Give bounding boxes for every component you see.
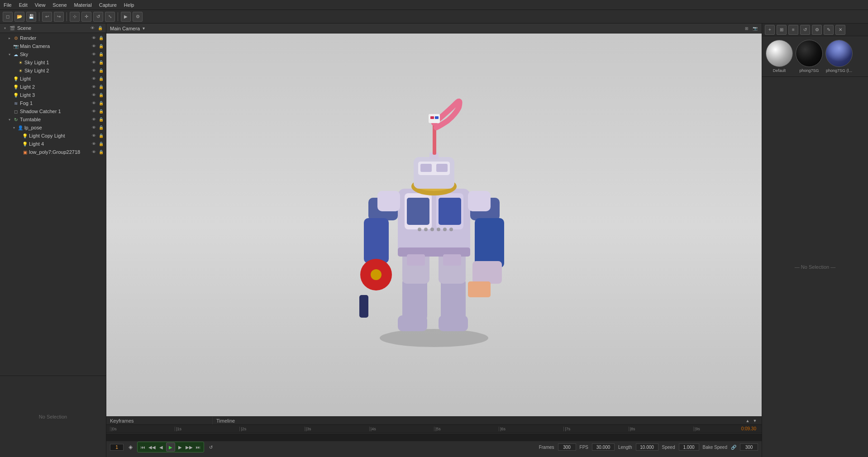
viewport-grid-icon[interactable]: ⊞ bbox=[744, 25, 750, 32]
menu-material[interactable]: Material bbox=[74, 2, 92, 8]
lock-render[interactable]: 🔒 bbox=[98, 35, 104, 41]
go-end-btn[interactable]: ⏭ bbox=[194, 443, 202, 451]
icon-light-1: 💡 bbox=[13, 76, 19, 82]
lock-shadow[interactable]: 🔒 bbox=[98, 108, 104, 114]
svg-rect-10 bbox=[407, 198, 429, 225]
toolbar-select[interactable]: ⊹ bbox=[70, 12, 80, 22]
menu-capture[interactable]: Capture bbox=[99, 2, 117, 8]
eye-sky-l1[interactable]: 👁 bbox=[91, 59, 97, 66]
play-btn[interactable]: ▶ bbox=[166, 443, 175, 452]
speed-input[interactable] bbox=[679, 443, 699, 451]
toolbar-rotate[interactable]: ↺ bbox=[93, 12, 103, 22]
mat-thumb-default[interactable]: Default bbox=[766, 40, 793, 73]
toolbar-settings[interactable]: ⚙ bbox=[133, 12, 143, 22]
go-start-btn[interactable]: ⏮ bbox=[139, 443, 147, 451]
tree-item-sky[interactable]: ▾ ☁ Sky 👁 🔒 bbox=[0, 50, 106, 58]
lock-l2[interactable]: 🔒 bbox=[98, 84, 104, 90]
tree-item-sky-light-2[interactable]: ☀ Sky Light 2 👁 🔒 bbox=[0, 67, 106, 75]
tree-item-turntable[interactable]: ▾ ↻ Turntable 👁 🔒 bbox=[0, 115, 106, 124]
lock-lowpoly[interactable]: 🔒 bbox=[98, 149, 104, 155]
tree-item-lp-pose[interactable]: ▾ 👤 lp_pose 👁 🔒 bbox=[0, 124, 106, 132]
toolbar-open[interactable]: 📂 bbox=[14, 12, 24, 22]
toolbar-save[interactable]: 💾 bbox=[26, 12, 36, 22]
mat-thumb-phong2[interactable]: phong7SG (l... bbox=[825, 40, 853, 73]
eye-lp[interactable]: 👁 bbox=[91, 124, 97, 131]
eye-camera[interactable]: 👁 bbox=[91, 43, 97, 49]
lock-sky[interactable]: 🔒 bbox=[98, 51, 104, 57]
tree-item-shadow-catcher[interactable]: ◻ Shadow Catcher 1 👁 🔒 bbox=[0, 107, 106, 115]
step-back-btn[interactable]: ◀◀ bbox=[148, 443, 156, 451]
timeline-scroll-up[interactable]: ▲ bbox=[744, 418, 751, 424]
eye-shadow[interactable]: 👁 bbox=[91, 108, 97, 114]
toolbar-undo[interactable]: ↩ bbox=[42, 12, 52, 22]
eye-lowpoly[interactable]: 👁 bbox=[91, 149, 97, 155]
tree-item-light-4-copy[interactable]: 💡 Light Copy Light 👁 🔒 bbox=[0, 132, 106, 140]
lock-l1[interactable]: 🔒 bbox=[98, 76, 104, 82]
rt-btn-2[interactable]: ⊞ bbox=[777, 25, 787, 35]
tree-item-main-camera[interactable]: 📷 Main Camera 👁 🔒 bbox=[0, 42, 106, 50]
viewport-dropdown[interactable]: ▾ bbox=[143, 26, 145, 31]
scene-lock-icon[interactable]: 🔒 bbox=[97, 25, 103, 31]
menu-help[interactable]: Help bbox=[124, 2, 134, 8]
mat-thumb-phong1[interactable]: phong7SG bbox=[796, 40, 823, 73]
rt-btn-4[interactable]: ↺ bbox=[800, 25, 810, 35]
end-frame-input[interactable] bbox=[740, 443, 758, 451]
toolbar-new[interactable]: ◻ bbox=[3, 12, 13, 22]
eye-l4[interactable]: 👁 bbox=[91, 141, 97, 147]
tree-item-fog[interactable]: ≋ Fog 1 👁 🔒 bbox=[0, 99, 106, 107]
menu-view[interactable]: View bbox=[35, 2, 46, 8]
eye-l1[interactable]: 👁 bbox=[91, 76, 97, 82]
eye-render[interactable]: 👁 bbox=[91, 35, 97, 41]
rt-btn-3[interactable]: ≡ bbox=[788, 25, 798, 35]
toolbar-render[interactable]: ▶ bbox=[121, 12, 131, 22]
tree-item-light-3[interactable]: 💡 Light 3 👁 🔒 bbox=[0, 91, 106, 99]
fps-input[interactable] bbox=[592, 443, 615, 451]
menu-edit[interactable]: Edit bbox=[19, 2, 28, 8]
rt-btn-5[interactable]: ⚙ bbox=[812, 25, 822, 35]
viewport-canvas[interactable] bbox=[106, 33, 762, 416]
tree-item-render[interactable]: ▸ ⚙ Render 👁 🔒 bbox=[0, 34, 106, 42]
lock-l3[interactable]: 🔒 bbox=[98, 92, 104, 98]
lock-sky-l1[interactable]: 🔒 bbox=[98, 59, 104, 66]
length-input[interactable] bbox=[636, 443, 658, 451]
eye-l2[interactable]: 👁 bbox=[91, 84, 97, 90]
eye-turntable[interactable]: 👁 bbox=[91, 116, 97, 123]
lock-camera[interactable]: 🔒 bbox=[98, 43, 104, 49]
toolbar-scale[interactable]: ⤡ bbox=[105, 12, 115, 22]
menu-file[interactable]: File bbox=[4, 2, 12, 8]
eye-l3[interactable]: 👁 bbox=[91, 92, 97, 98]
keyframe-btn[interactable]: ◈ bbox=[126, 443, 134, 451]
lock-l4[interactable]: 🔒 bbox=[98, 141, 104, 147]
timeline-keyframes-row[interactable] bbox=[106, 433, 762, 441]
tree-item-sky-light-1[interactable]: ☀ Sky Light 1 👁 🔒 bbox=[0, 58, 106, 67]
lock-sky-l2[interactable]: 🔒 bbox=[98, 67, 104, 74]
rt-btn-1[interactable]: + bbox=[765, 25, 775, 35]
eye-fog[interactable]: 👁 bbox=[91, 100, 97, 106]
tree-item-light-1[interactable]: 💡 Light 👁 🔒 bbox=[0, 75, 106, 83]
timeline-scroll-down[interactable]: ▼ bbox=[752, 418, 758, 424]
scene-arrow[interactable]: ▾ bbox=[3, 26, 7, 30]
toolbar-redo[interactable]: ↪ bbox=[54, 12, 64, 22]
rt-btn-6[interactable]: ✎ bbox=[824, 25, 834, 35]
prev-frame-btn[interactable]: ◀ bbox=[157, 443, 165, 451]
toolbar-move[interactable]: ✛ bbox=[81, 12, 91, 22]
tree-item-low-poly[interactable]: ▣ low_poly7:Group22718 👁 🔒 bbox=[0, 148, 106, 156]
lock-lp[interactable]: 🔒 bbox=[98, 124, 104, 131]
rt-btn-7[interactable]: ✕ bbox=[835, 25, 845, 35]
eye-l4c[interactable]: 👁 bbox=[91, 133, 97, 139]
scene-eye-icon[interactable]: 👁 bbox=[89, 25, 95, 31]
tree-item-light-2[interactable]: 💡 Light 2 👁 🔒 bbox=[0, 83, 106, 91]
lock-fog[interactable]: 🔒 bbox=[98, 100, 104, 106]
menu-scene[interactable]: Scene bbox=[52, 2, 67, 8]
next-frame-btn[interactable]: ▶ bbox=[176, 443, 184, 451]
tree-item-light-4[interactable]: 💡 Light 4 👁 🔒 bbox=[0, 140, 106, 148]
lock-turntable[interactable]: 🔒 bbox=[98, 116, 104, 123]
step-fwd-btn[interactable]: ▶▶ bbox=[185, 443, 193, 451]
eye-sky-l2[interactable]: 👁 bbox=[91, 67, 97, 74]
viewport-cam-icon[interactable]: 📷 bbox=[752, 25, 758, 32]
loop-btn[interactable]: ↺ bbox=[207, 443, 215, 451]
eye-sky[interactable]: 👁 bbox=[91, 51, 97, 57]
svg-rect-23 bbox=[468, 281, 491, 297]
frames-input[interactable] bbox=[558, 443, 576, 451]
lock-l4c[interactable]: 🔒 bbox=[98, 133, 104, 139]
